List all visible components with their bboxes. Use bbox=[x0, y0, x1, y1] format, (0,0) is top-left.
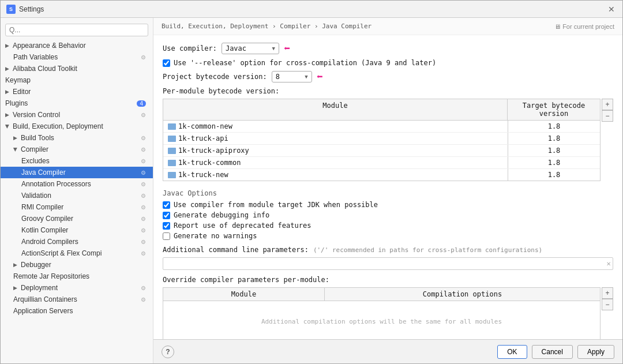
settings-window: S Settings ✕ ▶ Appearance & Behavior Pat… bbox=[0, 0, 623, 364]
release-option-checkbox[interactable] bbox=[163, 59, 170, 67]
close-button[interactable]: ✕ bbox=[606, 4, 617, 14]
target-cell: 1.8 bbox=[508, 133, 600, 144]
cancel-button[interactable]: Cancel bbox=[532, 345, 573, 359]
sidebar-label: Build, Execution, Deployment bbox=[13, 122, 103, 130]
help-button[interactable]: ? bbox=[162, 346, 174, 358]
sidebar-label: Plugins bbox=[5, 99, 28, 107]
plugins-badge: 4 bbox=[137, 100, 146, 107]
table-side-buttons: + − bbox=[602, 99, 613, 187]
sidebar-item-groovy-compiler[interactable]: Groovy Compiler ⚙ bbox=[1, 213, 153, 224]
sidebar-item-actionscript[interactable]: ActionScript & Flex Compi ⚙ bbox=[1, 247, 153, 259]
sidebar-label: Alibaba Cloud Toolkit bbox=[13, 65, 77, 73]
target-cell: 1.8 bbox=[508, 145, 600, 156]
bytecode-label: Project bytecode version: bbox=[163, 73, 267, 81]
release-option-row: Use '--release' option for cross-compila… bbox=[163, 59, 613, 67]
remove-override-button[interactable]: − bbox=[602, 299, 613, 310]
override-options-col: Compilation options bbox=[325, 288, 600, 301]
sidebar-label: Validation bbox=[21, 192, 51, 200]
sidebar-item-version-control[interactable]: ▶ Version Control ⚙ bbox=[1, 109, 153, 121]
sidebar-item-validation[interactable]: Validation ⚙ bbox=[1, 190, 153, 201]
option-debug-row: Generate debugging info bbox=[163, 211, 613, 219]
compiler-label: Use compiler: bbox=[163, 44, 217, 52]
override-table-header: Module Compilation options bbox=[163, 288, 600, 301]
additional-params-input[interactable] bbox=[163, 257, 613, 270]
sidebar-item-build-execution[interactable]: ▶ Build, Execution, Deployment bbox=[1, 121, 153, 132]
sidebar-item-java-compiler[interactable]: Java Compiler ⚙ bbox=[1, 167, 153, 178]
table-row[interactable]: 1k-truck-apiproxy 1.8 bbox=[163, 145, 600, 157]
for-current-label: For current project bbox=[562, 23, 614, 30]
sidebar-item-plugins[interactable]: Plugins 4 bbox=[1, 97, 153, 109]
search-box bbox=[1, 20, 153, 40]
sidebar-item-debugger[interactable]: ▶ Debugger bbox=[1, 259, 153, 271]
table-row[interactable]: 1k-common-new 1.8 bbox=[163, 121, 600, 133]
add-module-button[interactable]: + bbox=[602, 99, 613, 110]
module-name: 1k-truck-apiproxy bbox=[178, 147, 249, 155]
option-label: Generate no warnings bbox=[174, 232, 257, 240]
clear-input-icon[interactable]: ✕ bbox=[606, 261, 611, 267]
table-row[interactable]: 1k-truck-api 1.8 bbox=[163, 133, 600, 145]
option-debug-checkbox[interactable] bbox=[163, 212, 170, 219]
sidebar-item-kotlin-compiler[interactable]: Kotlin Compiler ⚙ bbox=[1, 224, 153, 236]
search-input[interactable] bbox=[5, 24, 148, 36]
module-cell: 1k-truck-common bbox=[163, 157, 508, 168]
sidebar-item-android-compilers[interactable]: Android Compilers ⚙ bbox=[1, 236, 153, 247]
sidebar-label: Appearance & Behavior bbox=[13, 42, 86, 50]
table-row[interactable]: 1k-truck-new 1.8 bbox=[163, 169, 600, 181]
bytecode-value: 8 bbox=[276, 73, 280, 81]
sidebar-item-arquillian[interactable]: Arquillian Containers ⚙ bbox=[1, 294, 153, 305]
option-module-target-row: Use compiler from module target JDK when… bbox=[163, 201, 613, 209]
target-col-header: Target bytecode version bbox=[508, 99, 600, 120]
sidebar-item-excludes[interactable]: Excludes ⚙ bbox=[1, 155, 153, 167]
sidebar-item-keymap[interactable]: Keymap bbox=[1, 74, 153, 86]
sidebar-item-path-variables[interactable]: Path Variables ⚙ bbox=[1, 51, 153, 63]
sidebar-item-annotation-processors[interactable]: Annotation Processors ⚙ bbox=[1, 178, 153, 190]
sidebar-item-remote-jar[interactable]: Remote Jar Repositories bbox=[1, 271, 153, 282]
bytecode-select[interactable]: 8 ▼ bbox=[272, 71, 312, 82]
arrow-icon: ▶ bbox=[13, 135, 17, 141]
sidebar-item-application-servers[interactable]: Application Servers bbox=[1, 305, 153, 317]
sidebar-item-alibaba[interactable]: ▶ Alibaba Cloud Toolkit bbox=[1, 63, 153, 74]
option-deprecated-checkbox[interactable] bbox=[163, 222, 170, 230]
sidebar-item-compiler[interactable]: ▶ Compiler ⚙ bbox=[1, 144, 153, 155]
add-override-button[interactable]: + bbox=[602, 287, 613, 299]
arrow-icon: ▶ bbox=[5, 112, 9, 118]
java-compiler-settings: Use compiler: Javac ▼ ⬅ Use '--release' … bbox=[153, 35, 622, 339]
sidebar-item-build-tools[interactable]: ▶ Build Tools ⚙ bbox=[1, 132, 153, 144]
folder-icon bbox=[168, 148, 176, 154]
table-row[interactable]: 1k-truck-common 1.8 bbox=[163, 157, 600, 169]
folder-icon bbox=[168, 172, 176, 178]
arrow-open-icon: ▶ bbox=[5, 125, 10, 129]
sidebar-label: Java Compiler bbox=[21, 168, 66, 177]
sidebar-label: Compiler bbox=[21, 145, 48, 153]
dropdown-arrow-icon: ▼ bbox=[305, 74, 307, 80]
pink-arrow2-icon: ⬅ bbox=[317, 70, 323, 82]
arrow-icon: ▶ bbox=[13, 262, 17, 268]
compiler-value: Javac bbox=[226, 44, 246, 52]
javac-options-group: Use compiler from module target JDK when… bbox=[163, 201, 613, 240]
additional-params-label: Additional command line parameters: bbox=[163, 246, 309, 254]
sidebar-label: Keymap bbox=[5, 76, 31, 84]
sidebar-item-appearance[interactable]: ▶ Appearance & Behavior bbox=[1, 40, 153, 51]
compiler-select[interactable]: Javac ▼ bbox=[222, 43, 279, 54]
window-title: Settings bbox=[19, 5, 44, 13]
option-module-target-checkbox[interactable] bbox=[163, 201, 170, 209]
app-icon: S bbox=[6, 5, 16, 14]
remove-module-button[interactable]: − bbox=[602, 110, 613, 122]
sidebar-label: Arquillian Containers bbox=[13, 295, 77, 303]
ok-button[interactable]: OK bbox=[497, 345, 527, 359]
use-compiler-row: Use compiler: Javac ▼ ⬅ bbox=[163, 42, 613, 54]
params-hint: ('/' recommended in paths for cross-plat… bbox=[313, 246, 542, 254]
option-no-warnings-row: Generate no warnings bbox=[163, 232, 613, 240]
override-empty-text: Additional compilation options will be t… bbox=[261, 318, 502, 325]
sidebar-item-rmi-compiler[interactable]: RMI Compiler ⚙ bbox=[1, 201, 153, 213]
titlebar-controls: ✕ bbox=[606, 4, 617, 14]
apply-button[interactable]: Apply bbox=[577, 345, 614, 359]
sidebar-item-editor[interactable]: ▶ Editor bbox=[1, 86, 153, 97]
additional-params-row: Additional command line parameters: ('/'… bbox=[163, 246, 613, 254]
option-no-warnings-checkbox[interactable] bbox=[163, 232, 170, 240]
titlebar: S Settings ✕ bbox=[1, 1, 622, 18]
arrow-icon: ▶ bbox=[5, 43, 9, 48]
sidebar: ▶ Appearance & Behavior Path Variables ⚙… bbox=[1, 18, 153, 363]
sidebar-item-deployment[interactable]: ▶ Deployment ⚙ bbox=[1, 282, 153, 294]
arrow-icon: ▶ bbox=[5, 89, 9, 95]
